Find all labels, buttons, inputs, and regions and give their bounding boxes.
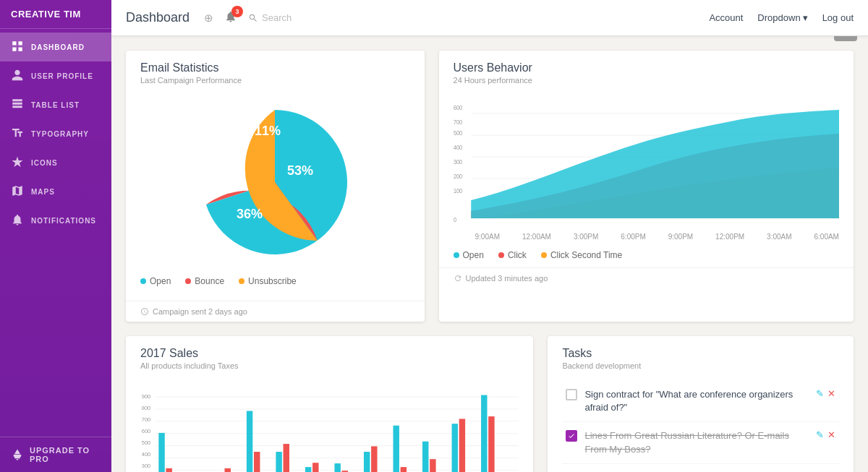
task-item: Lines From Great Russian Literature? Or … [562,422,839,463]
task-delete-2[interactable]: ✕ [827,429,835,440]
sales-title: 2017 Sales [140,347,519,360]
sidebar-label-icons: ICONS [31,159,58,167]
dashboard-icon[interactable]: ⊕ [204,12,213,25]
task-delete-1[interactable]: ✕ [827,388,835,399]
sidebar-item-maps[interactable]: MAPS [0,177,111,206]
upgrade-label: Upgrade to Pro [30,446,101,463]
svg-rect-45 [284,444,289,472]
legend-open: Open [140,276,171,286]
content-area: Email Statistics Last Campaign Performan… [111,36,868,472]
sidebar-label-table-list: TABLE LIST [31,101,80,109]
search-icon [248,13,258,23]
sidebar-label-user-profile: USER PROFILE [31,72,93,80]
task-edit-2[interactable]: ✎ [816,429,824,440]
svg-rect-59 [488,416,494,472]
legend-area-open-label: Open [463,250,484,260]
legend-open-label: Open [150,276,171,286]
svg-rect-41 [225,468,231,472]
clock-icon [140,307,149,316]
sidebar-nav: DASHBOARDUSER PROFILETABLE LISTTYPOGRAPH… [0,29,111,437]
notifications-button[interactable]: 3 [224,10,237,25]
x-label-4: 9:00PM [668,233,693,241]
sidebar-label-maps: MAPS [31,188,55,196]
sidebar-label-dashboard: DASHBOARD [31,43,85,51]
svg-rect-47 [312,463,318,472]
sidebar-icon-table-list [11,98,24,112]
search-area[interactable]: Search [248,12,292,23]
users-behavior-subtitle: 24 Hours performance [454,76,839,85]
topbar-right: Account Dropdown ▾ Log out [709,12,854,23]
upgrade-icon [11,448,24,461]
sales-chart-body: 900 800 700 600 500 400 300 200 100 0 [126,374,533,472]
dropdown-button[interactable]: Dropdown ▾ [757,12,807,23]
svg-text:800: 800 [142,405,151,411]
svg-rect-44 [276,452,281,472]
tasks-list: Sign contract for "What are conference o… [548,374,854,472]
sidebar-label-notifications: NOTIFICATIONS [31,217,96,225]
sidebar-icon-user-profile [11,69,24,83]
legend-area-click2: Click Second Time [541,250,622,260]
users-behavior-title: Users Behavior [454,61,839,74]
svg-rect-51 [371,446,377,472]
svg-rect-53 [401,467,407,472]
sales-card: 2017 Sales All products including Taxes … [126,336,533,472]
svg-rect-43 [254,452,260,472]
svg-text:600: 600 [454,104,463,111]
page-title: Dashboard [126,10,190,25]
refresh-icon [454,274,462,283]
svg-rect-46 [305,467,311,472]
svg-text:11%: 11% [255,124,281,138]
legend-area-click-label: Click [508,250,527,260]
users-behavior-footer: Updated 3 minutes ago [439,267,854,288]
svg-rect-56 [452,424,458,472]
svg-text:400: 400 [454,144,463,151]
email-stats-title: Email Statistics [140,61,410,74]
email-stats-card: Email Statistics Last Campaign Performan… [126,51,425,322]
row-bottom: 2017 Sales All products including Taxes … [126,336,854,472]
x-label-1: 12:00AM [522,233,551,241]
svg-text:200: 200 [454,173,463,180]
sidebar-item-typography[interactable]: TYPOGRAPHY [0,119,111,148]
settings-button[interactable] [834,36,857,41]
sidebar-item-icons[interactable]: ICONS [0,148,111,177]
x-label-5: 12:00PM [715,233,744,241]
sidebar-item-user-profile[interactable]: USER PROFILE [0,61,111,90]
sidebar-icon-notifications [11,213,24,228]
svg-rect-55 [430,459,435,472]
svg-text:700: 700 [142,416,151,423]
legend-area-click2-label: Click Second Time [550,250,622,260]
svg-text:700: 700 [454,119,463,126]
svg-text:36%: 36% [237,207,263,221]
sidebar-item-notifications[interactable]: NOTIFICATIONS [0,206,111,235]
tasks-subtitle: Backend development [562,361,839,370]
svg-rect-57 [459,419,465,472]
logout-link[interactable]: Log out [822,12,854,23]
task-item: Sign contract for "What are conference o… [562,381,839,422]
account-link[interactable]: Account [709,12,743,23]
svg-text:500: 500 [454,129,463,137]
x-label-6: 3:00AM [767,233,791,241]
sidebar-item-table-list[interactable]: TABLE LIST [0,90,111,119]
tasks-card: Tasks Backend development Sign contract … [548,336,854,472]
task-checkbox-2[interactable] [566,430,577,442]
x-label-2: 3:00PM [574,233,598,241]
x-label-7: 6:00AM [814,233,838,241]
brand-name: CREATIVE TIM [0,0,111,29]
svg-rect-37 [166,468,171,472]
sidebar-icon-dashboard [11,40,24,54]
svg-rect-36 [158,433,164,472]
row-top: Email Statistics Last Campaign Performan… [126,51,854,322]
svg-rect-58 [481,395,487,472]
email-stats-subtitle: Last Campaign Performance [140,76,410,85]
legend-bounce-label: Bounce [195,276,224,286]
upgrade-button[interactable]: Upgrade to Pro [0,437,111,472]
legend-area-click: Click [498,250,527,260]
sidebar-item-dashboard[interactable]: DASHBOARD [0,33,111,61]
notification-badge: 3 [231,6,243,17]
task-checkbox-1[interactable] [566,389,577,400]
task-edit-1[interactable]: ✎ [816,388,824,399]
pie-legend: Open Bounce Unsubscribe [140,269,410,290]
svg-rect-50 [364,452,370,472]
dropdown-label: Dropdown [757,12,800,23]
legend-unsubscribe: Unsubscribe [239,276,297,286]
